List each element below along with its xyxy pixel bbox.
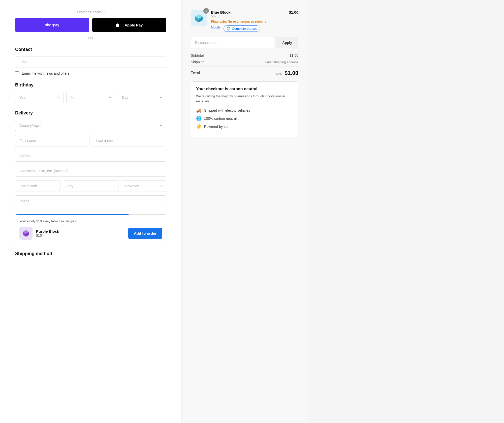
upsell-product-info: Purple Block $10: [36, 229, 125, 237]
last-name-field[interactable]: [92, 135, 166, 146]
complete-set-button[interactable]: Complete the set: [224, 25, 260, 32]
year-select[interactable]: Year 2000 1999 1998: [15, 92, 64, 103]
subtotal-label: Subtotal: [191, 53, 204, 57]
apartment-group: [15, 165, 166, 177]
newsletter-row: Email me with news and offers: [15, 71, 166, 75]
item-name: Blue Block: [211, 10, 285, 14]
shop-pay-icon: shop pay: [45, 22, 59, 27]
upsell-product-price: $10: [36, 233, 125, 237]
payment-buttons: shop pay shop Pay Apple Pay: [15, 18, 166, 32]
birthday-title: Birthday: [15, 82, 166, 88]
city-field[interactable]: [63, 180, 118, 192]
item-actions: Modify Complete the set: [211, 25, 285, 32]
upsell-product-name: Purple Block: [36, 229, 125, 233]
apartment-field[interactable]: [15, 165, 166, 177]
svg-text:pay: pay: [53, 23, 59, 27]
left-panel: Express Checkout shop pay shop Pay Apple…: [0, 0, 181, 423]
delivery-title: Delivery: [15, 110, 166, 116]
upsell-product: Purple Block $10 Add to order: [19, 227, 162, 240]
apply-discount-button[interactable]: Apply: [276, 37, 298, 48]
order-item: 1 Blue Block 50 oz. Final sale. No excha…: [191, 10, 298, 32]
upsell-message: You're only $10 away from free shipping: [19, 219, 162, 223]
birthday-section: Birthday Year 2000 1999 1998 Month Janua…: [15, 82, 166, 103]
phone-group: [15, 195, 166, 207]
item-quantity-badge: 1: [203, 8, 209, 14]
subtotal-row: Subtotal $1.00: [191, 53, 298, 57]
blue-cube-icon: [194, 14, 203, 23]
complete-set-label: Complete the set: [232, 27, 257, 31]
total-label: Total: [191, 71, 200, 75]
purple-cube-icon: [22, 229, 30, 237]
total-currency: CAD: [276, 72, 282, 76]
discount-row: Apply: [191, 37, 298, 48]
address-group: [15, 150, 166, 162]
postal-code-field[interactable]: [15, 180, 60, 192]
neutral-text: 100% carbon neutral: [204, 116, 237, 120]
shipping-value: Enter shipping address: [265, 60, 298, 64]
carbon-title: Your checkout is carbon neutral: [196, 87, 293, 91]
shipping-label: Shipping: [191, 60, 205, 64]
name-group: [15, 135, 166, 146]
item-price: $1.00: [289, 10, 298, 14]
upsell-content: You're only $10 away from free shipping …: [15, 215, 166, 244]
add-to-order-button[interactable]: Add to order: [128, 228, 162, 239]
discount-code-input[interactable]: [191, 37, 274, 48]
newsletter-label: Email me with news and offers: [22, 71, 70, 75]
country-select[interactable]: Country/region Canada United States: [15, 120, 166, 131]
or-divider: OR: [15, 36, 166, 40]
upsell-box: You're only $10 away from free shipping …: [15, 214, 166, 244]
day-select[interactable]: Day 1 2: [118, 92, 166, 103]
final-sale-text: Final sale. No exchanges or returns: [211, 20, 285, 23]
province-select[interactable]: Province Ontario British Columbia: [121, 180, 166, 192]
apple-pay-label: Apple Pay: [124, 23, 143, 27]
item-size: 50 oz.: [211, 14, 285, 18]
carbon-description: We're cutting the majority of emissions …: [196, 94, 293, 104]
first-name-field[interactable]: [15, 135, 89, 146]
grand-total-row: Total CAD $1.00: [191, 67, 298, 76]
total-amount-wrapper: CAD $1.00: [276, 70, 298, 76]
delivery-section: Delivery Country/region Canada United St…: [15, 110, 166, 207]
country-group: Country/region Canada United States: [15, 120, 166, 131]
item-image-wrapper: 1: [191, 10, 207, 26]
sun-icon: ☀️: [196, 124, 202, 129]
shipping-row: Shipping Enter shipping address: [191, 60, 298, 64]
ev-icon: 🚚: [196, 108, 202, 113]
ev-text: Shipped with electric vehicles: [204, 108, 250, 112]
subtotal-value: $1.00: [290, 53, 298, 57]
postal-city-province-group: Province Ontario British Columbia: [15, 180, 166, 192]
totals: Subtotal $1.00 Shipping Enter shipping a…: [191, 53, 298, 76]
birthday-selects: Year 2000 1999 1998 Month January Februa…: [15, 92, 166, 103]
contact-title: Contact: [15, 47, 166, 52]
phone-field[interactable]: [15, 195, 166, 207]
express-checkout-label: Express Checkout: [15, 10, 166, 14]
month-select[interactable]: Month January February: [66, 92, 115, 103]
carbon-neutral-box: Your checkout is carbon neutral We're cu…: [191, 81, 298, 137]
carbon-feature-sun: ☀️ Powered by sun: [196, 124, 293, 129]
contact-section: Contact: [15, 47, 166, 68]
upsell-product-image: [19, 227, 33, 240]
shop-pay-button[interactable]: shop pay shop Pay: [15, 18, 89, 32]
total-value: $1.00: [285, 70, 298, 76]
newsletter-checkbox[interactable]: [15, 71, 19, 75]
or-text: OR: [88, 36, 93, 40]
item-details: Blue Block 50 oz. Final sale. No exchang…: [211, 10, 285, 32]
email-field[interactable]: [15, 56, 166, 68]
right-panel: 1 Blue Block 50 oz. Final sale. No excha…: [181, 0, 307, 423]
shipping-method-title: Shipping method: [15, 251, 166, 256]
apple-icon: [116, 23, 119, 27]
sun-text: Powered by sun: [204, 125, 229, 129]
complete-set-icon: [227, 27, 230, 31]
svg-text:shop: shop: [45, 23, 53, 27]
neutral-icon: 🌐: [196, 116, 202, 121]
modify-link[interactable]: Modify: [211, 25, 220, 32]
carbon-feature-neutral: 🌐 100% carbon neutral: [196, 116, 293, 121]
apple-pay-button[interactable]: Apple Pay: [92, 18, 166, 32]
carbon-feature-ev: 🚚 Shipped with electric vehicles: [196, 108, 293, 113]
address-field[interactable]: [15, 150, 166, 162]
